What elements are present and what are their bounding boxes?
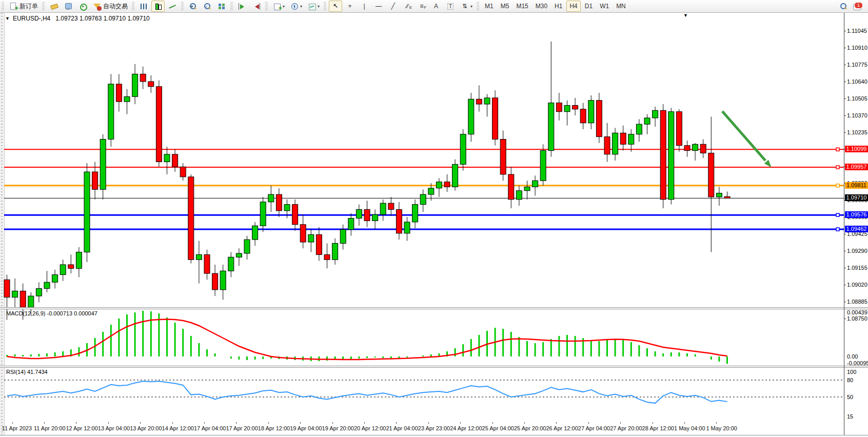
time-axis-label: 11 Apr 20:00 xyxy=(34,425,66,431)
time-axis[interactable] xyxy=(0,435,868,437)
timeframe-h1-button[interactable]: H1 xyxy=(551,1,565,12)
auto-trading-button[interactable]: 自动交易 xyxy=(90,1,130,12)
time-axis-label: 13 Apr 04:00 xyxy=(98,425,130,431)
templates-caret[interactable]: ▾ xyxy=(318,4,320,9)
toolbar-grip[interactable] xyxy=(2,2,4,10)
time-axis-tick xyxy=(108,422,109,424)
level-line-handle[interactable] xyxy=(836,184,839,187)
price-axis-tick xyxy=(844,251,846,251)
time-axis-tick xyxy=(460,422,461,424)
macd-signal-line xyxy=(7,320,727,360)
timeframe-m5-button[interactable]: M5 xyxy=(498,1,512,12)
auto-scroll-button[interactable] xyxy=(235,1,249,12)
equidistant-channel-button[interactable]: ∕∕ xyxy=(401,1,414,12)
macd-axis-zero: 0.00 xyxy=(847,353,858,360)
equidistant-channel-icon: ∕∕ xyxy=(403,2,412,11)
time-axis-label: 27 Apr 20:00 xyxy=(610,425,642,431)
toolbar-grip[interactable] xyxy=(265,2,268,10)
arrows-caret[interactable]: ▾ xyxy=(470,4,472,9)
level-line-handle[interactable] xyxy=(836,228,839,231)
zoom-out-button[interactable]: - xyxy=(201,1,214,12)
text-label-button[interactable]: T xyxy=(444,1,457,12)
chart-shift-marker[interactable]: ▼ xyxy=(683,13,688,18)
text-button[interactable]: A xyxy=(429,1,443,12)
new-order-label: 新订单 xyxy=(19,2,38,11)
price-axis-label: 1.08750 xyxy=(847,315,867,322)
level-line-handle[interactable] xyxy=(836,148,839,151)
time-axis-tick xyxy=(172,422,173,424)
level-line-handle[interactable] xyxy=(836,166,839,169)
price-axis-label: 1.08885 xyxy=(847,299,867,305)
line-chart-button[interactable] xyxy=(166,1,179,12)
candle-chart-button[interactable] xyxy=(151,1,165,12)
search-button[interactable] xyxy=(837,1,850,12)
time-axis-label: 24 Apr 12:00 xyxy=(450,425,482,431)
profiles-button[interactable] xyxy=(62,1,75,12)
macd-label: MACD(12,26,9) -0.000713 0.000047 xyxy=(6,310,97,316)
profiles-icon xyxy=(64,2,73,11)
timeframe-m30-button[interactable]: M30 xyxy=(532,1,550,12)
indicators-caret[interactable]: ▾ xyxy=(283,4,285,9)
timeframe-mn-button[interactable]: MN xyxy=(613,1,629,12)
toolbar-grip[interactable] xyxy=(42,2,45,10)
vertical-line-button[interactable]: | xyxy=(358,1,371,12)
timeframe-w1-button[interactable]: W1 xyxy=(597,1,612,12)
new-order-button[interactable]: 新订单 xyxy=(7,1,40,12)
toolbar: 新订单自动交易+-▾▾▾↖+|—╱∕∕≡AT⇅▾M1M5M15M30H1H4D1… xyxy=(0,0,868,13)
chart-window[interactable]: ▼ EURUSD-,H4 1.09723 1.09763 1.09710 1.0… xyxy=(0,13,868,437)
rsi-axis-label: 100 xyxy=(847,369,856,375)
panel-separator-macd[interactable] xyxy=(0,307,868,309)
signals-button[interactable] xyxy=(76,1,89,12)
fibonacci-button[interactable]: ≡ xyxy=(415,1,428,12)
styles-button[interactable] xyxy=(47,1,61,12)
toolbar-grip[interactable] xyxy=(181,2,184,10)
level-line-handle[interactable] xyxy=(836,213,839,216)
crosshair-icon: + xyxy=(345,2,354,11)
zoom-in-button[interactable]: + xyxy=(186,1,200,12)
timeframe-m1-button[interactable]: M1 xyxy=(482,1,497,12)
trend-arrow-head xyxy=(764,160,772,168)
time-axis-label: 25 Apr 20:00 xyxy=(514,425,546,431)
timeframe-h4-button[interactable]: H4 xyxy=(566,1,580,12)
time-axis-tick xyxy=(236,422,236,424)
tile-windows-button[interactable] xyxy=(215,1,228,12)
indicators-button[interactable]: ▾ xyxy=(270,1,287,12)
new-order-icon xyxy=(9,2,18,11)
chart-canvas[interactable] xyxy=(0,13,868,437)
level-price-tag: 1.09957 xyxy=(845,164,868,170)
auto-scroll-icon xyxy=(238,2,247,11)
time-axis-label: 21 Apr 04:00 xyxy=(386,425,418,431)
timeframe-m15-button[interactable]: M15 xyxy=(513,1,531,12)
chart-menu-caret[interactable]: ▼ xyxy=(5,16,10,21)
rsi-line xyxy=(7,381,727,403)
toolbar-grip[interactable] xyxy=(230,2,233,10)
macd-layer xyxy=(7,311,727,364)
time-axis-tick xyxy=(396,422,397,424)
time-axis-tick xyxy=(524,422,525,424)
toolbar-grip[interactable] xyxy=(477,2,479,10)
templates-button[interactable]: ▾ xyxy=(305,1,322,12)
price-axis-label: 1.10235 xyxy=(847,129,867,135)
text-label-icon: T xyxy=(446,2,455,11)
toolbar-grip[interactable] xyxy=(324,2,326,10)
current-price-tag: 1.09710 xyxy=(845,194,868,201)
toolbar-grip[interactable] xyxy=(132,2,134,10)
chart-shift-button[interactable] xyxy=(250,1,263,12)
timeframe-d1-button[interactable]: D1 xyxy=(582,1,596,12)
crosshair-button[interactable]: + xyxy=(343,1,357,12)
price-axis-label: 1.10775 xyxy=(847,62,867,68)
trend-arrow[interactable] xyxy=(722,111,765,161)
chat-button[interactable]: 1 xyxy=(851,1,863,12)
cursor-button[interactable]: ↖ xyxy=(329,1,342,12)
horizontal-line-button[interactable]: — xyxy=(372,1,385,12)
level-price-tag: 1.09811 xyxy=(845,182,868,189)
periods-caret[interactable]: ▾ xyxy=(300,4,302,9)
time-axis-tick xyxy=(684,422,685,424)
cursor-icon: ↖ xyxy=(331,2,340,11)
periods-button[interactable]: ▾ xyxy=(288,1,304,12)
arrows-button[interactable]: ⇅▾ xyxy=(458,1,475,12)
trendline-button[interactable]: ╱ xyxy=(386,1,400,12)
panel-separator-rsi[interactable] xyxy=(0,366,868,368)
bar-chart-button[interactable] xyxy=(137,1,150,12)
price-axis-label: 1.11045 xyxy=(847,28,867,34)
